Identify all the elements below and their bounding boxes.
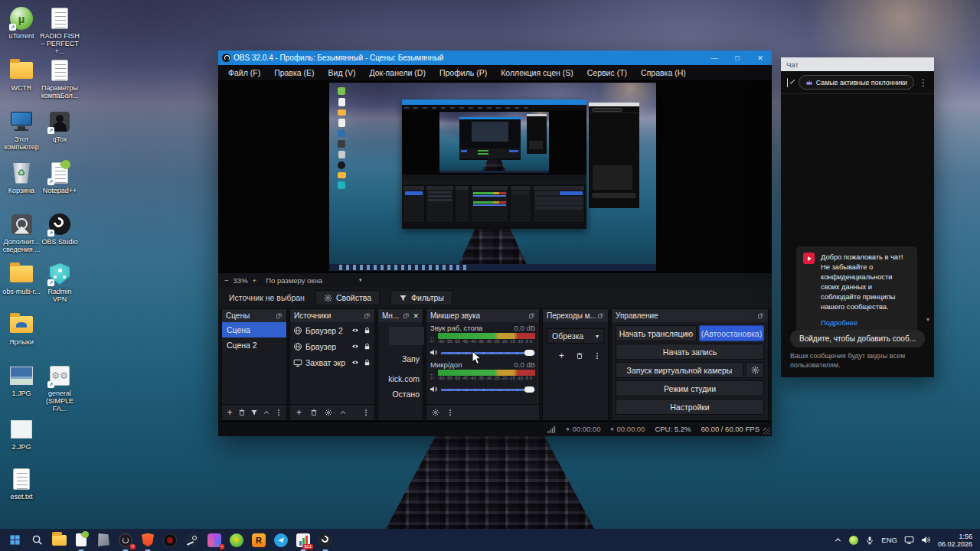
menu-tools[interactable]: Сервис (T) <box>580 65 634 80</box>
eye-icon[interactable] <box>351 343 360 350</box>
taskbar-brave[interactable] <box>139 532 156 549</box>
filters-button[interactable]: Фильтры <box>390 290 452 305</box>
dock-float-icon[interactable] <box>597 312 604 319</box>
desktop-icon-1jpg[interactable]: 1.JPG <box>2 364 41 397</box>
menu-file[interactable]: Файл (F) <box>221 65 267 80</box>
maximize-button[interactable]: □ <box>726 51 749 65</box>
sign-in-button[interactable]: Войдите, чтобы добавить сооб... <box>790 330 925 347</box>
desktop-icon-obs-multi[interactable]: obs-multi-r... <box>2 262 41 295</box>
source-row-browser[interactable]: Браузер <box>290 338 374 354</box>
chat-window-titlebar[interactable]: Чат <box>781 57 934 71</box>
transition-select[interactable]: Обрезка ▾ <box>547 328 604 344</box>
taskbar-app-colorful[interactable]: • <box>206 532 223 549</box>
taskbar-stats-app[interactable]: 321 <box>295 532 312 549</box>
virtual-camera-settings-button[interactable] <box>746 362 764 378</box>
zoom-in-button[interactable]: + <box>253 276 257 285</box>
transitions-more-icon[interactable] <box>590 349 604 362</box>
chevron-down-icon[interactable] <box>790 79 795 84</box>
dock-float-icon[interactable] <box>757 312 764 319</box>
source-row-display-capture[interactable]: Захват экр <box>290 354 374 370</box>
start-recording-button[interactable]: Начать запись <box>616 344 764 360</box>
desktop-icon-radio-fish[interactable]: RADIO FISH – PERFECT +... <box>40 6 80 55</box>
tray-expand-icon[interactable] <box>834 536 842 544</box>
studio-mode-button[interactable]: Режим студии <box>616 380 764 396</box>
add-transition-button[interactable]: + <box>554 349 569 362</box>
taskbar-telegram[interactable] <box>273 532 289 549</box>
transitions-dock-header[interactable]: Переходы м... <box>543 309 608 322</box>
desktop-icon-obs-studio[interactable]: ↗ OBS Studio <box>40 212 80 246</box>
lock-icon[interactable] <box>363 358 371 367</box>
taskbar-search-button[interactable] <box>28 532 45 549</box>
zoom-fit-select[interactable]: По размеру окна <box>266 276 322 285</box>
taskbar-app-gray[interactable] <box>95 532 112 549</box>
source-properties-button[interactable] <box>321 406 335 419</box>
desktop-icon-qtox[interactable]: ↗ qTox <box>40 109 80 143</box>
sources-dock-header[interactable]: Источники <box>290 309 374 322</box>
multistream-widget[interactable] <box>389 327 424 345</box>
menu-edit[interactable]: Правка (E) <box>267 65 321 80</box>
language-indicator[interactable]: ENG <box>881 536 897 544</box>
microphone-icon[interactable] <box>865 536 874 545</box>
sources-more-icon[interactable] <box>358 406 373 419</box>
resize-grip[interactable] <box>763 428 770 435</box>
desktop-icon-2jpg[interactable]: 2.JPG <box>2 417 41 451</box>
taskbar-lens-app[interactable] <box>162 532 178 549</box>
speaker-icon[interactable] <box>430 385 438 393</box>
start-virtual-camera-button[interactable]: Запуск виртуальной камеры <box>616 362 743 378</box>
multistream-stop-button[interactable]: Остано <box>378 390 423 399</box>
desktop-icon-general[interactable]: ⚙⚙↗ general (SIMPLE FA... <box>40 364 80 412</box>
taskbar-app-green-plus[interactable]: + <box>228 532 245 549</box>
scene-item-selected[interactable]: Сцена <box>222 322 286 337</box>
source-row-browser2[interactable]: Браузер 2 <box>290 322 374 338</box>
source-up-button[interactable] <box>335 406 350 419</box>
menu-docks[interactable]: Док-панели (D) <box>362 65 432 80</box>
taskbar-steam[interactable] <box>184 532 201 549</box>
dock-float-icon[interactable] <box>276 312 283 319</box>
taskbar-clock[interactable]: 1:56 06.02.2026 <box>938 533 972 548</box>
add-source-button[interactable]: + <box>292 406 306 419</box>
chevron-down-icon[interactable]: ▾ <box>359 277 362 283</box>
multistream-start-button[interactable]: Запу <box>378 354 423 364</box>
start-streaming-button[interactable]: Начать трансляцию <box>616 325 697 341</box>
eye-icon[interactable] <box>351 359 360 366</box>
desktop-icon-parametry[interactable]: Параметры компаБол... <box>40 58 80 99</box>
taskbar-app-dark[interactable]: ‼ <box>117 532 134 549</box>
desktop-icon-eset-txt[interactable]: eset.txt <box>2 467 41 500</box>
controls-dock-header[interactable]: Управление <box>612 309 768 322</box>
dock-close-icon[interactable]: ✕ <box>413 312 419 320</box>
remove-source-button[interactable] <box>306 406 321 419</box>
scene-filters-button[interactable] <box>248 406 260 419</box>
scenes-more-icon[interactable] <box>273 406 285 419</box>
desktop-icon-recycle-bin[interactable]: ♻ Корзина <box>2 161 41 194</box>
taskbar-rockstar[interactable]: R <box>250 532 267 549</box>
chat-menu-icon[interactable]: ⋮ <box>919 77 928 88</box>
scenes-dock-header[interactable]: Сцены <box>222 309 286 322</box>
lock-icon[interactable] <box>363 342 371 350</box>
volume-slider[interactable] <box>441 349 535 357</box>
desktop-icon-notepadpp[interactable]: ↗ Notepad++ <box>40 161 80 194</box>
settings-button[interactable]: Настройки <box>616 399 764 415</box>
lock-icon[interactable] <box>363 326 371 334</box>
menu-view[interactable]: Вид (V) <box>322 65 363 80</box>
desktop-icon-dopolnit[interactable]: Дополнит... сведения ... <box>2 212 41 253</box>
taskbar-obs[interactable] <box>317 532 334 549</box>
menu-profile[interactable]: Профиль (P) <box>433 65 494 80</box>
taskbar-notepadpp[interactable] <box>73 532 90 549</box>
scroll-down-icon[interactable]: ▾ <box>926 316 929 323</box>
add-scene-button[interactable]: + <box>224 406 236 419</box>
multistream-dock-header[interactable]: Мн... ✕ <box>378 309 423 322</box>
drag-grip-icon[interactable] <box>429 333 436 347</box>
drag-grip-icon[interactable] <box>429 370 436 383</box>
obs-preview-canvas[interactable] <box>218 80 772 273</box>
dock-float-icon[interactable] <box>364 312 371 319</box>
tray-app-icon[interactable] <box>849 536 858 545</box>
desktop-icon-this-pc[interactable]: Этот компьютер <box>2 109 41 151</box>
learn-more-link[interactable]: Подробнее <box>821 319 858 327</box>
scene-up-button[interactable] <box>260 406 273 419</box>
taskbar-file-explorer[interactable] <box>51 532 67 549</box>
remove-transition-button[interactable] <box>572 349 586 362</box>
eye-icon[interactable] <box>351 327 360 334</box>
volume-icon[interactable] <box>921 535 931 545</box>
mixer-settings-button[interactable] <box>428 406 443 419</box>
mixer-dock-header[interactable]: Микшер звука <box>426 309 539 322</box>
